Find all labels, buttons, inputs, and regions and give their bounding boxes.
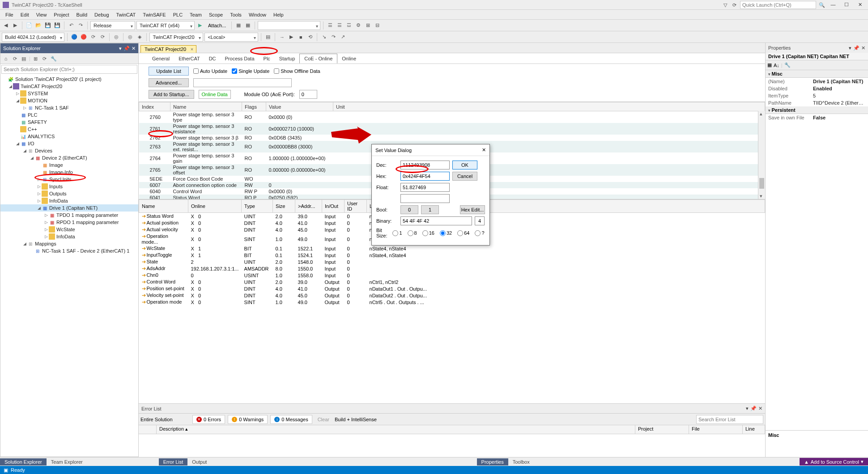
add-startup-button[interactable]: Add to Startup... [149, 90, 194, 99]
home-icon[interactable]: ⌂ [2, 55, 9, 62]
prop-category-persistent[interactable]: Persistent [766, 106, 868, 114]
step-into-icon[interactable]: ↘ [320, 33, 328, 41]
col-value[interactable]: Value [266, 102, 333, 111]
bitsize-64[interactable]: 64 [457, 230, 469, 236]
col-name[interactable]: Name [170, 102, 242, 111]
tool-icon-1[interactable]: ▦ [234, 21, 243, 30]
filter-combo[interactable] [258, 21, 320, 30]
tree-system[interactable]: ▷SYSTEM [0, 90, 138, 97]
tree-mappings[interactable]: ◢⊞Mappings [0, 240, 138, 247]
variable-row[interactable]: ➔Velocity set-pointX 0DINT4.045.0Output0… [139, 292, 765, 299]
tc-icon-8[interactable]: ▤ [264, 33, 272, 41]
tree-motion[interactable]: ◢MOTION [0, 97, 138, 104]
col-flags[interactable]: Flags [242, 102, 266, 111]
menu-plc[interactable]: PLC [170, 11, 186, 19]
tab-output[interactable]: Output [187, 458, 211, 466]
tab-startup[interactable]: Startup [275, 54, 299, 63]
dropdown-icon[interactable]: ▾ [849, 45, 851, 51]
warnings-button[interactable]: !0 Warnings [228, 415, 268, 424]
tree-io[interactable]: ◢▦I/O [0, 140, 138, 147]
variable-row[interactable]: ➔Operation modeX 0SINT1.049.0Output0nCtr… [139, 299, 765, 305]
wrench-icon[interactable]: 🔧 [784, 62, 791, 68]
tc-icon-6[interactable]: ◎ [126, 33, 134, 41]
tab-general[interactable]: General [148, 54, 174, 63]
pin-icon[interactable]: 📌 [750, 406, 757, 411]
start-icon[interactable]: ▶ [196, 21, 204, 30]
tree-outputs[interactable]: ▷Outputs [0, 190, 138, 197]
tool-icon-6[interactable]: ⚙ [354, 21, 362, 30]
menu-twincat[interactable]: TwinCAT [113, 11, 140, 19]
tab-coe-online[interactable]: CoE - Online [299, 54, 337, 63]
nav-back-icon[interactable]: ◀ [2, 21, 10, 30]
coe-row[interactable]: 2760Power stage temp. sensor 3 typeRO0x0… [139, 111, 765, 123]
clear-button[interactable]: Clear [315, 417, 332, 422]
categorize-icon[interactable]: ▦ [767, 62, 772, 68]
saveall-icon[interactable]: 💾 [53, 21, 61, 30]
variable-row[interactable]: ➔Chn00USINT1.01558.0Input0 [139, 272, 765, 279]
tree-infodata[interactable]: ▷InfoData [0, 197, 138, 204]
refresh-icon[interactable]: ⟳ [41, 55, 48, 62]
tab-properties[interactable]: Properties [477, 458, 508, 466]
tool-icon-3[interactable]: ☰ [326, 21, 334, 30]
nav-fwd-icon[interactable]: ▶ [11, 21, 19, 30]
tree-imageinfo[interactable]: ▦Image-Info [0, 169, 138, 176]
bitsize-16[interactable]: 16 [422, 230, 434, 236]
tree-mapping1[interactable]: ⊞NC-Task 1 SAF - Device 2 (EtherCAT) 1 [0, 247, 138, 254]
tab-error-list[interactable]: Error List [159, 458, 188, 466]
errors-button[interactable]: ✕0 Errors [192, 415, 225, 424]
coe-scrollbar[interactable]: ▴ ▾ [758, 111, 765, 199]
sync-icon[interactable]: ⟳ [731, 2, 737, 8]
prop-row[interactable]: DisabledEnabled [766, 85, 868, 92]
save-icon[interactable]: 💾 [44, 21, 52, 30]
tab-online[interactable]: Online [337, 54, 361, 63]
tree-safety[interactable]: ▦SAFETY [0, 118, 138, 126]
cancel-button[interactable]: Cancel [452, 172, 477, 181]
tc-icon-3[interactable]: ⟳ [89, 33, 97, 41]
col-userid[interactable]: User ID [345, 200, 367, 213]
col-index[interactable]: Index [139, 102, 170, 111]
col-size[interactable]: Size [273, 200, 295, 213]
menu-debug[interactable]: Debug [91, 11, 112, 19]
menu-build[interactable]: Build [73, 11, 91, 19]
tree-rpdo[interactable]: ▷▦RPDO 1 mapping parameter [0, 219, 138, 226]
show-offline-checkbox[interactable]: Show Offline Data [274, 68, 320, 74]
coe-row[interactable]: 2761Power stage temp. sensor 3 resistanc… [139, 123, 765, 135]
ok-button[interactable]: OK [452, 161, 477, 169]
auto-update-checkbox[interactable]: Auto Update [193, 68, 227, 74]
minimize-button[interactable]: — [828, 1, 838, 9]
col-project[interactable]: Project [635, 425, 689, 434]
plc-reset-icon[interactable]: ⟲ [306, 33, 314, 41]
build-filter-combo[interactable]: Build + IntelliSense [335, 417, 388, 422]
bitsize-1[interactable]: 1 [392, 230, 402, 236]
menu-twinsafe[interactable]: TwinSAFE [139, 11, 169, 19]
sync-icon[interactable]: ⟳ [11, 55, 18, 62]
step-over-icon[interactable]: ↷ [329, 33, 337, 41]
menu-help[interactable]: Help [270, 11, 287, 19]
prop-category-misc[interactable]: Misc [766, 70, 868, 78]
plc-stop-icon[interactable]: ■ [297, 33, 305, 41]
pin-icon[interactable]: ▾ [119, 46, 122, 51]
attach-label[interactable]: Attach... [205, 23, 229, 28]
col-online[interactable]: Online [188, 200, 242, 213]
col-addr[interactable]: >Addr... [295, 200, 322, 213]
solution-filter-combo[interactable]: Entire Solution [140, 417, 190, 422]
properties-icon[interactable]: 🔧 [50, 55, 57, 62]
tab-processdata[interactable]: Process Data [221, 54, 259, 63]
pin-icon[interactable]: 📌 [853, 45, 859, 51]
tc-icon-4[interactable]: ⟳ [98, 33, 106, 41]
dec-input[interactable] [400, 161, 450, 169]
close-icon[interactable]: ✕ [861, 45, 865, 51]
plc-login-icon[interactable]: → [278, 33, 286, 41]
col-line[interactable]: Line [743, 425, 765, 434]
add-source-control-button[interactable]: ▲ Add to Source Control ▾ [800, 458, 868, 466]
filter-input[interactable] [193, 78, 292, 87]
bitsize-32[interactable]: 32 [440, 230, 452, 236]
col-name[interactable]: Name [139, 200, 188, 213]
tree-solution[interactable]: 🧩Solution 'TwinCAT Project20' (1 project… [0, 76, 138, 83]
redo-icon[interactable]: ↷ [77, 21, 85, 30]
advanced-button[interactable]: Advanced... [149, 78, 189, 87]
module-od-input[interactable] [299, 90, 317, 99]
tree-analytics[interactable]: 📊ANALYTICS [0, 133, 138, 140]
hex-input[interactable] [400, 172, 450, 181]
float-input[interactable] [400, 183, 450, 192]
